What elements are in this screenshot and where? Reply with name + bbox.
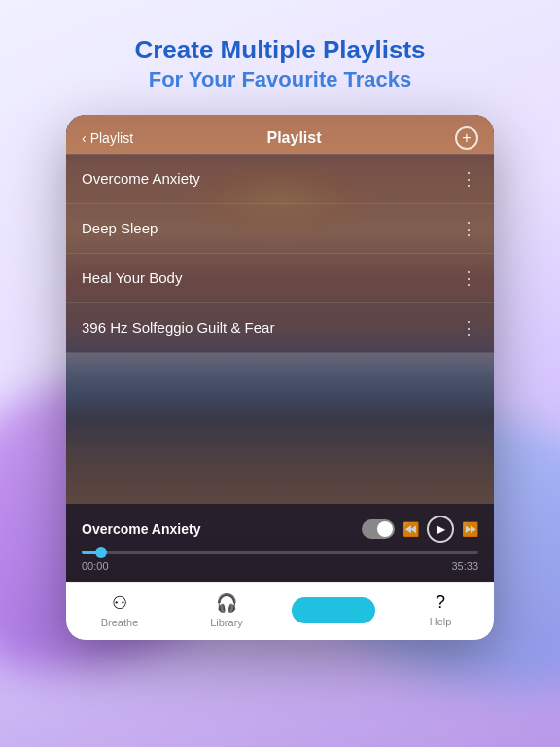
nav-item-breathe[interactable]: ⚇ Breathe (66, 592, 173, 628)
nav-item-library[interactable]: 🎧 Library (173, 592, 280, 628)
progress-times: 00:00 35:33 (82, 560, 478, 572)
player-track-name: Overcome Anxiety (82, 521, 200, 537)
play-button[interactable]: ▶ (427, 516, 454, 543)
progress-bar[interactable] (82, 551, 478, 554)
nav-library-label: Library (210, 617, 243, 628)
time-total: 35:33 (451, 560, 478, 572)
nav-help-label: Help (430, 616, 452, 627)
breathe-icon: ⚇ (112, 592, 127, 614)
player-controls: ⏪ ▶ ⏩ (362, 516, 478, 543)
app-content: ‹ Playlist Playlist + Overcome Anxiety ⋮… (66, 115, 494, 582)
nav-item-playlist[interactable]: Playlist (280, 597, 387, 623)
page-title-line2: For Your Favourite Tracks (39, 65, 521, 95)
more-options-icon[interactable]: ⋮ (460, 218, 478, 239)
back-label: Playlist (90, 130, 133, 146)
app-mockup: ‹ Playlist Playlist + Overcome Anxiety ⋮… (66, 115, 494, 640)
playlist-item-name: Deep Sleep (82, 220, 158, 236)
page-title-line1: Create Multiple Playlists (39, 35, 521, 65)
chevron-left-icon: ‹ (82, 130, 87, 146)
nav-item-help[interactable]: ? Help (387, 592, 494, 627)
player-bar: Overcome Anxiety ⏪ ▶ ⏩ 00:00 35 (66, 504, 494, 582)
playlist-item[interactable]: Overcome Anxiety ⋮ (66, 154, 494, 204)
help-icon: ? (436, 592, 445, 613)
toggle-knob (377, 521, 393, 537)
more-options-icon[interactable]: ⋮ (460, 267, 478, 289)
playlist-list: Overcome Anxiety ⋮ Deep Sleep ⋮ Heal You… (66, 154, 494, 353)
time-current: 00:00 (82, 560, 109, 572)
page-header: Create Multiple Playlists For Your Favou… (0, 0, 560, 115)
more-options-icon[interactable]: ⋮ (460, 317, 478, 338)
playlist-item[interactable]: Heal Your Body ⋮ (66, 254, 494, 303)
play-icon: ▶ (437, 522, 445, 536)
rewind-icon[interactable]: ⏪ (402, 521, 419, 537)
nav-title: Playlist (267, 129, 322, 147)
playlist-item[interactable]: 396 Hz Solfeggio Guilt & Fear ⋮ (66, 303, 494, 353)
progress-thumb[interactable] (95, 547, 107, 558)
bottom-nav: ⚇ Breathe 🎧 Library Playlist ? Help (66, 582, 494, 640)
playlist-item-name: Heal Your Body (82, 269, 182, 286)
more-options-icon[interactable]: ⋮ (460, 168, 478, 190)
playlist-icon: Playlist (292, 597, 374, 623)
nav-breathe-label: Breathe (101, 617, 139, 628)
back-button[interactable]: ‹ Playlist (82, 130, 133, 146)
fast-forward-icon[interactable]: ⏩ (462, 521, 478, 537)
library-icon: 🎧 (216, 592, 237, 614)
playlist-item[interactable]: Deep Sleep ⋮ (66, 204, 494, 254)
plus-icon: + (462, 130, 471, 146)
player-info-row: Overcome Anxiety ⏪ ▶ ⏩ (82, 516, 478, 543)
playlist-item-name: Overcome Anxiety (82, 170, 200, 187)
add-playlist-button[interactable]: + (455, 126, 478, 150)
playlist-item-name: 396 Hz Solfeggio Guilt & Fear (82, 319, 274, 336)
shuffle-toggle[interactable] (362, 519, 395, 539)
